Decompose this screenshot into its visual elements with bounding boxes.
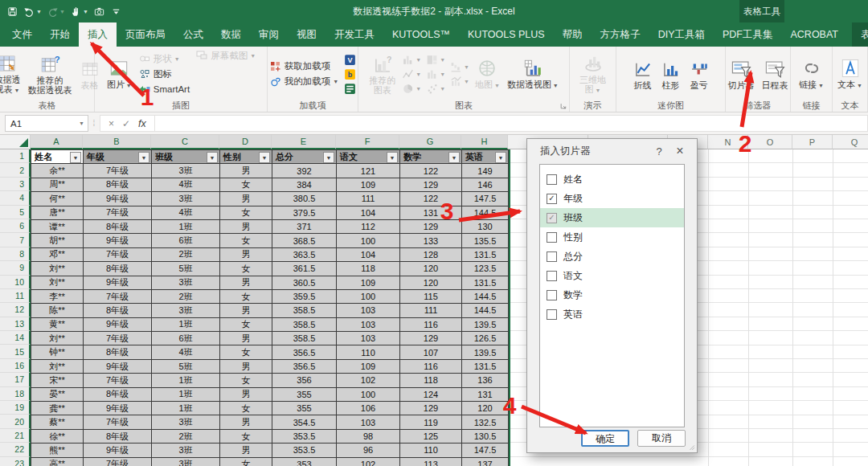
pivot-table-button[interactable]: 数据透视表 ▼ [0, 51, 23, 97]
column-chart-button[interactable]: ▼ [400, 53, 422, 67]
cell[interactable]: 115 [400, 289, 462, 303]
row-header-2[interactable]: 2 [0, 163, 31, 177]
sparkline-line-button[interactable]: 折线 [630, 57, 656, 92]
cell[interactable]: 122 [400, 192, 462, 206]
cell[interactable]: 刘** [31, 276, 84, 289]
cell[interactable]: 熊** [31, 444, 84, 457]
cell[interactable]: 3班 [152, 415, 220, 429]
cell[interactable]: 龚** [31, 402, 84, 415]
cell[interactable]: 2班 [152, 247, 220, 261]
row-header-23[interactable]: 23 [0, 457, 31, 466]
tab-开始[interactable]: 开始 [41, 22, 79, 47]
slicer-field-语文[interactable]: 语文 [540, 266, 684, 285]
cell[interactable]: 354.5 [272, 415, 337, 429]
cell[interactable]: 女 [220, 289, 272, 303]
cell[interactable]: 男 [220, 304, 272, 317]
three-d-map-button[interactable]: 三维地图 ▼ [577, 51, 608, 97]
cell[interactable]: 高** [31, 457, 84, 466]
cell[interactable]: 128 [400, 247, 462, 261]
cell[interactable]: 113 [400, 457, 462, 466]
row-header-1[interactable]: 1 [0, 149, 31, 163]
cell[interactable]: 111 [337, 192, 400, 206]
cell[interactable]: 陈** [31, 304, 84, 317]
cell[interactable]: 4班 [152, 178, 220, 191]
column-header-F[interactable]: F [336, 135, 399, 149]
cell[interactable]: 9年级 [84, 192, 152, 206]
cell[interactable]: 8年级 [84, 304, 152, 317]
filter-button[interactable]: ▼ [138, 152, 149, 163]
cell[interactable]: 133 [400, 234, 462, 247]
cell[interactable]: 3班 [152, 444, 220, 457]
cell[interactable]: 121 [337, 164, 400, 178]
link-button[interactable]: 链接 ▼ [796, 56, 826, 92]
cell[interactable]: 4班 [152, 206, 220, 219]
cell[interactable]: 144.5 [462, 304, 509, 317]
cell[interactable]: 何** [31, 192, 84, 206]
cell[interactable]: 9年级 [84, 359, 152, 373]
cell[interactable]: 360.5 [272, 276, 337, 289]
cell[interactable]: 男 [220, 387, 272, 401]
cell[interactable]: 晏** [31, 387, 84, 401]
cell[interactable]: 103 [337, 317, 400, 331]
cell[interactable]: 100 [337, 234, 400, 247]
slicer-field-班级[interactable]: ✓班级 [540, 208, 684, 227]
cell[interactable]: 119 [400, 415, 462, 429]
checkbox-unchecked[interactable] [547, 271, 557, 281]
column-header-B[interactable]: B [83, 135, 151, 149]
cell[interactable]: 103 [337, 415, 400, 429]
column-header-D[interactable]: D [219, 135, 272, 149]
tab-审阅[interactable]: 审阅 [250, 22, 288, 47]
addin-app-blue-button[interactable]: V [342, 53, 358, 67]
tab-视图[interactable]: 视图 [288, 22, 326, 47]
tab-公式[interactable]: 公式 [174, 22, 212, 47]
cell[interactable]: 3班 [152, 276, 220, 289]
smartart-button[interactable]: SmartArt [137, 82, 191, 96]
row-header-9[interactable]: 9 [0, 261, 31, 275]
cell[interactable]: 男 [220, 359, 272, 373]
row-header-19[interactable]: 19 [0, 401, 31, 415]
cell[interactable]: 135.5 [462, 234, 509, 247]
cell[interactable]: 355 [272, 387, 337, 401]
ok-button[interactable]: 确定 [581, 430, 629, 447]
cell[interactable]: 109 [337, 178, 400, 191]
cell[interactable]: 女 [220, 429, 272, 443]
column-header-cell-姓名[interactable]: 姓名▼ [31, 150, 84, 164]
cell[interactable]: 6班 [152, 332, 220, 345]
cell[interactable]: 1班 [152, 219, 220, 233]
row-header-7[interactable]: 7 [0, 233, 31, 247]
cell[interactable]: 8年级 [84, 429, 152, 443]
checkbox-unchecked[interactable] [547, 309, 557, 320]
name-box[interactable]: A1 ▼ [5, 115, 88, 132]
cell[interactable]: 129 [400, 178, 462, 191]
tab-数据[interactable]: 数据 [212, 22, 250, 47]
dialog-resize-grip[interactable] [687, 443, 696, 452]
cell[interactable]: 361.5 [272, 262, 337, 276]
cell[interactable]: 139.5 [462, 345, 509, 359]
cell[interactable]: 368.5 [272, 234, 337, 247]
cell[interactable]: 110 [400, 444, 462, 457]
cell[interactable]: 363.5 [272, 247, 337, 261]
cell[interactable]: 男 [220, 444, 272, 457]
filter-button[interactable]: ▼ [207, 152, 218, 163]
pie-chart-button[interactable]: ▼ [400, 82, 422, 96]
cell[interactable]: 蔡** [31, 415, 84, 429]
cell[interactable]: 104 [337, 206, 400, 219]
checkbox-unchecked[interactable] [547, 232, 557, 243]
cell[interactable]: 3班 [152, 164, 220, 178]
cell[interactable]: 358.5 [272, 317, 337, 331]
row-header-8[interactable]: 8 [0, 247, 31, 261]
cell[interactable]: 380.5 [272, 192, 337, 206]
cell[interactable]: 7年级 [84, 457, 152, 466]
cell[interactable]: 107 [400, 345, 462, 359]
cell[interactable]: 谭** [31, 219, 84, 233]
cell[interactable]: 3班 [152, 192, 220, 206]
cell[interactable]: 129 [400, 219, 462, 233]
column-header-cell-数学[interactable]: 数学▼ [400, 150, 462, 164]
screenshot-button[interactable]: 屏幕截图▼ [194, 48, 257, 63]
cell[interactable]: 女 [220, 178, 272, 191]
filter-button[interactable]: ▼ [387, 152, 398, 163]
slicer-field-总分[interactable]: 总分 [540, 247, 684, 266]
cell[interactable]: 女 [220, 317, 272, 331]
cell[interactable]: 9年级 [84, 317, 152, 331]
cell[interactable]: 358.5 [272, 304, 337, 317]
